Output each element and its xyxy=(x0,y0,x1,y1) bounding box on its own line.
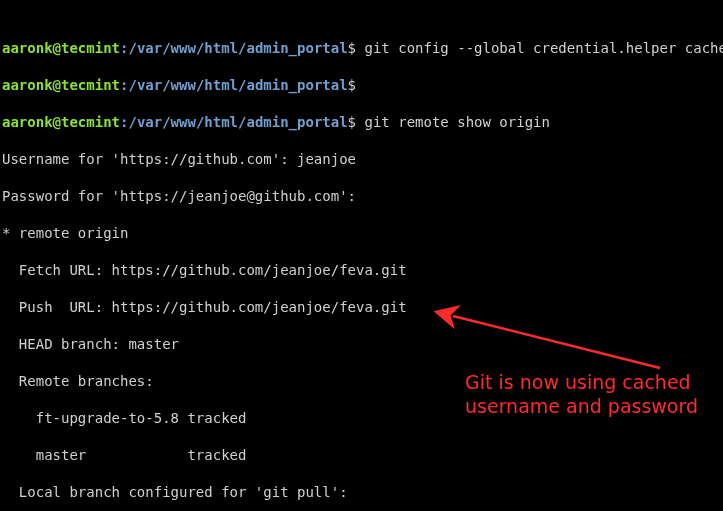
prompt-line: aaronk@tecmint:/var/www/html/admin_porta… xyxy=(2,113,723,132)
prompt-line: aaronk@tecmint:/var/www/html/admin_porta… xyxy=(2,76,723,95)
command: git config --global credential.helper ca… xyxy=(364,40,723,56)
prompt-userhost: aaronk@tecmint xyxy=(2,114,120,130)
prompt-path: /var/www/html/admin_portal xyxy=(128,40,347,56)
output-line: master tracked xyxy=(2,446,723,465)
prompt-dollar: $ xyxy=(348,114,356,130)
output-line: Push URL: https://github.com/jeanjoe/fev… xyxy=(2,298,723,317)
prompt-userhost: aaronk@tecmint xyxy=(2,40,120,56)
output-line: Password for 'https://jeanjoe@github.com… xyxy=(2,187,723,206)
terminal[interactable]: aaronk@tecmint:/var/www/html/admin_porta… xyxy=(0,0,723,511)
annotation-line: username and password xyxy=(465,394,698,418)
prompt-dollar: $ xyxy=(348,40,356,56)
prompt-path: /var/www/html/admin_portal xyxy=(128,114,347,130)
output-line: Fetch URL: https://github.com/jeanjoe/fe… xyxy=(2,261,723,280)
prompt-userhost: aaronk@tecmint xyxy=(2,77,120,93)
output-line: Username for 'https://github.com': jeanj… xyxy=(2,150,723,169)
output-line: * remote origin xyxy=(2,224,723,243)
annotation-line: Git is now using cached xyxy=(465,370,698,394)
prompt-dollar: $ xyxy=(348,77,356,93)
prompt-path: /var/www/html/admin_portal xyxy=(128,77,347,93)
output-line: Local branch configured for 'git pull': xyxy=(2,483,723,502)
output-line: HEAD branch: master xyxy=(2,335,723,354)
command: git remote show origin xyxy=(364,114,549,130)
annotation-text: Git is now using cached username and pas… xyxy=(465,370,698,418)
prompt-line: aaronk@tecmint:/var/www/html/admin_porta… xyxy=(2,39,723,58)
